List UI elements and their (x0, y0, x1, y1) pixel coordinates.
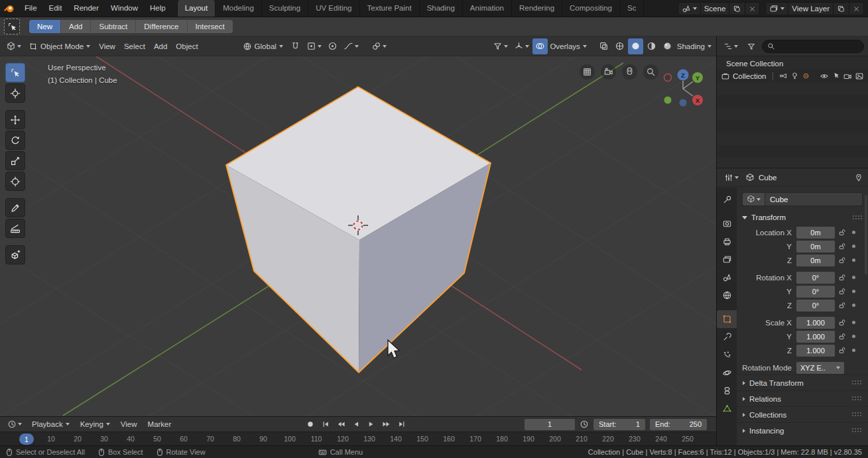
lock-open-icon[interactable] (838, 243, 846, 251)
menu-window[interactable]: Window (105, 0, 144, 17)
scene-unlink-button[interactable] (745, 3, 759, 15)
panel-divider[interactable] (716, 36, 717, 445)
lock-open-icon[interactable] (838, 274, 846, 282)
lock-open-icon[interactable] (838, 257, 846, 264)
outliner-editor-type-button[interactable] (721, 38, 741, 54)
location-x-field[interactable]: 0m (796, 227, 835, 239)
tab-shading[interactable]: Shading (420, 0, 463, 17)
zoom-icon[interactable] (643, 64, 658, 80)
select-mode-new[interactable]: New (29, 20, 61, 33)
show-gizmo-button[interactable] (511, 38, 532, 54)
record-button[interactable] (304, 419, 317, 430)
tab-object[interactable] (717, 310, 737, 328)
rotation-z-field[interactable]: 0° (796, 300, 835, 312)
section-instancing[interactable]: Instancing (737, 422, 868, 438)
measure-tool[interactable] (5, 219, 25, 238)
rotation-mode-dropdown[interactable]: XYZ E.. (796, 362, 844, 374)
outliner-search-input[interactable] (778, 42, 859, 50)
menu-add[interactable]: Add (150, 38, 171, 54)
animate-dot-icon[interactable] (852, 290, 855, 293)
section-collections[interactable]: Collections (737, 406, 868, 422)
preview-range-clock-icon[interactable] (580, 420, 589, 429)
tab-scene[interactable] (717, 268, 737, 286)
properties-editor-type-button[interactable] (721, 170, 741, 186)
navigation-gizmo[interactable]: Z Y X (663, 69, 703, 109)
lock-open-icon[interactable] (838, 229, 846, 237)
move-tool[interactable] (5, 110, 25, 129)
lock-open-icon[interactable] (838, 302, 846, 310)
object-name-field[interactable]: Cube (765, 192, 863, 206)
menu-timeline-view[interactable]: View (117, 420, 141, 428)
tab-tool[interactable] (717, 191, 737, 209)
select-mode-add[interactable]: Add (61, 20, 91, 33)
timeline-editor-type-button[interactable] (5, 416, 25, 432)
scale-tool[interactable] (5, 151, 25, 170)
animate-dot-icon[interactable] (852, 245, 855, 248)
end-frame-field[interactable]: End: 250 (650, 419, 707, 430)
gizmo-neg-y[interactable] (664, 97, 672, 104)
select-mode-intersect[interactable]: Intersect (188, 20, 233, 33)
blender-logo-icon[interactable] (0, 0, 19, 17)
location-z-field[interactable]: 0m (796, 255, 835, 266)
scene-new-button[interactable] (729, 3, 745, 15)
pan-hand-icon[interactable] (622, 64, 637, 80)
current-frame-field[interactable]: 1 (525, 419, 575, 430)
tab-scripting[interactable]: Sc (620, 0, 644, 17)
tab-modifiers[interactable] (717, 328, 737, 346)
menu-view[interactable]: View (95, 38, 119, 54)
hide-eye-icon[interactable] (820, 72, 829, 81)
outliner-row-collection[interactable]: Collection (717, 70, 868, 82)
editor-type-button[interactable] (3, 38, 24, 54)
animate-dot-icon[interactable] (852, 321, 855, 324)
gizmo-neg-x[interactable] (664, 74, 672, 82)
tab-physics[interactable] (717, 364, 737, 382)
jump-to-start-button[interactable] (319, 419, 332, 430)
menu-keying[interactable]: Keying (77, 420, 113, 428)
gizmo-neg-z[interactable] (680, 99, 687, 107)
rotation-y-field[interactable]: 0° (796, 286, 835, 298)
scale-x-field[interactable]: 1.000 (796, 317, 835, 329)
cursor-tool[interactable] (5, 84, 25, 103)
tab-layout[interactable]: Layout (177, 0, 216, 17)
viewport-canvas[interactable] (0, 56, 716, 416)
shading-rendered-button[interactable] (660, 38, 675, 54)
animate-dot-icon[interactable] (852, 349, 855, 352)
timeline-ruler[interactable]: 1 10 20 30 40 50 60 70 80 90 100 110 120… (0, 431, 716, 445)
rotation-x-field[interactable]: 0° (796, 272, 835, 284)
scrollbar[interactable] (865, 195, 867, 274)
overlays-dropdown[interactable]: Overlays (548, 38, 590, 54)
lock-open-icon[interactable] (838, 333, 846, 341)
play-button[interactable] (365, 419, 378, 430)
shading-dropdown[interactable]: Shading (676, 38, 713, 54)
scene-browse-button[interactable] (678, 3, 700, 15)
menu-playback[interactable]: Playback (29, 420, 73, 428)
image-icon[interactable] (855, 72, 864, 81)
shading-solid-button[interactable] (628, 38, 643, 54)
animate-dot-icon[interactable] (852, 276, 855, 279)
section-delta-transform[interactable]: Delta Transform (737, 374, 868, 390)
location-y-field[interactable]: 0m (796, 241, 835, 253)
lock-open-icon[interactable] (838, 319, 846, 327)
snap-target-button[interactable] (304, 38, 324, 54)
tab-rendering[interactable]: Rendering (512, 0, 562, 17)
shading-material-button[interactable] (644, 38, 659, 54)
animate-dot-icon[interactable] (852, 304, 855, 307)
snap-toggle-button[interactable] (288, 38, 303, 54)
object-type-visibility-button[interactable] (490, 38, 511, 54)
tab-view-layer[interactable] (717, 251, 737, 268)
start-frame-field[interactable]: Start: 1 (593, 419, 645, 430)
menu-select[interactable]: Select (120, 38, 149, 54)
transform-tool[interactable] (5, 172, 25, 191)
playhead[interactable]: 1 (19, 433, 34, 445)
grid-toggle-icon[interactable] (580, 64, 595, 80)
menu-marker[interactable]: Marker (145, 420, 175, 428)
menu-help[interactable]: Help (144, 0, 172, 17)
jump-next-keyframe-button[interactable] (380, 419, 393, 430)
tab-particles[interactable] (717, 346, 737, 364)
lock-open-icon[interactable] (838, 347, 846, 355)
menu-edit[interactable]: Edit (43, 0, 68, 17)
view-layer-browse-button[interactable] (766, 3, 788, 15)
camera-view-icon[interactable] (601, 64, 616, 80)
proportional-falloff-button[interactable] (341, 38, 361, 54)
annotate-tool[interactable] (5, 198, 25, 217)
